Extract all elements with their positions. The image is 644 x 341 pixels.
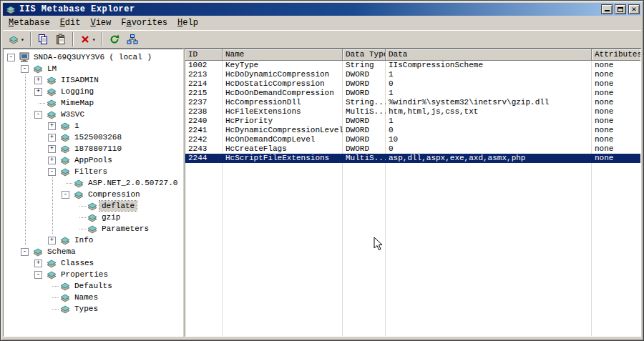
tree-node-label[interactable]: SNDA-69Q3UYY3V6 ( local ) bbox=[31, 52, 154, 62]
tree-node-w3svc[interactable]: -W3SVC bbox=[5, 109, 182, 120]
tree-node-label[interactable]: Defaults bbox=[72, 281, 114, 291]
tree-node-label[interactable]: ASP.NET_2.0.50727.0 bbox=[86, 178, 180, 188]
table-row-2243[interactable]: 2243HcCreateFlagsDWORD0none bbox=[185, 144, 640, 154]
column-header-attributes[interactable]: Attributes bbox=[592, 49, 641, 61]
tree-node-lm[interactable]: -LM bbox=[5, 63, 182, 74]
cell-data-type: String bbox=[343, 61, 386, 70]
copy-button[interactable] bbox=[34, 31, 52, 47]
tree-node-asp-net-2-0-50727-0[interactable]: ASP.NET_2.0.50727.0 bbox=[5, 177, 182, 189]
table-row-2215[interactable]: 2215HcDoOnDemandCompressionDWORD1none bbox=[185, 89, 640, 98]
column-header-data[interactable]: Data bbox=[386, 49, 592, 61]
collapse-toggle[interactable]: - bbox=[21, 65, 29, 73]
table-row-2237[interactable]: 2237HcCompressionDllString...%windir%\sy… bbox=[185, 98, 640, 107]
refresh-button[interactable] bbox=[106, 31, 123, 47]
tree-node-label[interactable]: Names bbox=[72, 292, 100, 302]
table-row-2241[interactable]: 2241HcDynamicCompressionLevelDWORD0none bbox=[185, 126, 640, 135]
menu-favorites[interactable]: Favorites bbox=[116, 16, 172, 29]
tree-node-parameters[interactable]: Parameters bbox=[5, 223, 182, 234]
table-row-1002[interactable]: 1002KeyTypeStringIIsCompressionSchemenon… bbox=[185, 61, 640, 70]
tree-node-filters[interactable]: -Filters bbox=[5, 166, 182, 177]
paste-button[interactable] bbox=[52, 31, 69, 47]
table-row-2244[interactable]: 2244HcScriptFileExtensionsMultiS...asp,d… bbox=[185, 154, 640, 163]
tree-node-properties[interactable]: -Properties bbox=[5, 269, 182, 280]
tree-node-iisadmin[interactable]: +IISADMIN bbox=[5, 74, 182, 86]
tree-view[interactable]: -SNDA-69Q3UYY3V6 ( local )-LM+IISADMIN+L… bbox=[3, 49, 183, 337]
title-bar[interactable]: IIS Metabase Explorer ✕ bbox=[3, 3, 641, 16]
property-list[interactable]: IDNameData TypeDataAttributes 1002KeyTyp… bbox=[185, 49, 641, 337]
tree-node-mimemap[interactable]: MimeMap bbox=[5, 97, 182, 109]
table-row-2213[interactable]: 2213HcDoDynamicCompressionDWORD1none bbox=[185, 70, 640, 79]
collapse-toggle[interactable]: - bbox=[34, 271, 42, 279]
tree-node-label[interactable]: 1 bbox=[72, 121, 82, 131]
tree-indent-guide bbox=[19, 292, 32, 303]
tree-node-label[interactable]: Logging bbox=[59, 87, 96, 97]
delete-button[interactable]: ▾ bbox=[77, 31, 99, 47]
dropdown-arrow-icon[interactable]: ▾ bbox=[20, 36, 25, 43]
tree-node-label[interactable]: Schema bbox=[45, 247, 78, 257]
tree-node-label[interactable]: Compression bbox=[86, 189, 142, 199]
close-button[interactable]: ✕ bbox=[628, 4, 640, 14]
tree-node-label[interactable]: deflate bbox=[99, 201, 137, 211]
dropdown-arrow-icon[interactable]: ▾ bbox=[92, 36, 97, 43]
new-key-button[interactable]: ▾ bbox=[5, 31, 27, 47]
tree-node-label[interactable]: W3SVC bbox=[59, 109, 87, 119]
column-header-name[interactable]: Name bbox=[223, 49, 343, 61]
maximize-button[interactable] bbox=[615, 4, 626, 14]
tree-node-1[interactable]: +1 bbox=[5, 120, 182, 132]
tree-node-label[interactable]: Parameters bbox=[99, 224, 151, 234]
tree-node-label[interactable]: Classes bbox=[59, 258, 96, 268]
menu-view[interactable]: View bbox=[85, 16, 116, 29]
tree-node-defaults[interactable]: Defaults bbox=[5, 280, 182, 292]
tree-node-label[interactable]: gzip bbox=[99, 212, 122, 222]
tree-node-1878807110[interactable]: +1878807110 bbox=[5, 143, 182, 154]
menu-help[interactable]: Help bbox=[172, 16, 203, 29]
tree-node-label[interactable]: Filters bbox=[72, 167, 109, 177]
tree-node-snda-69q3uyy3v6-local[interactable]: -SNDA-69Q3UYY3V6 ( local ) bbox=[5, 51, 182, 63]
tree-node-label[interactable]: 1878807110 bbox=[72, 144, 124, 154]
network-button[interactable] bbox=[124, 31, 141, 47]
tree-node-types[interactable]: Types bbox=[5, 303, 182, 315]
expand-toggle[interactable]: + bbox=[48, 134, 56, 142]
tree-node-label[interactable]: MimeMap bbox=[59, 98, 96, 108]
tree-node-deflate[interactable]: deflate bbox=[5, 200, 182, 212]
column-header-data-type[interactable]: Data Type bbox=[343, 49, 386, 61]
tree-node-schema[interactable]: -Schema bbox=[5, 246, 182, 257]
collapse-toggle[interactable]: - bbox=[48, 168, 56, 176]
expand-toggle[interactable]: + bbox=[34, 88, 42, 96]
tree-node-names[interactable]: Names bbox=[5, 292, 182, 303]
tree-node-logging[interactable]: +Logging bbox=[5, 86, 182, 97]
tree-node-label[interactable]: AppPools bbox=[72, 155, 114, 165]
minimize-button[interactable] bbox=[601, 4, 613, 14]
tree-indent-guide bbox=[59, 212, 73, 223]
tree-node-label[interactable]: Info bbox=[72, 235, 95, 245]
collapse-toggle[interactable]: - bbox=[62, 191, 69, 199]
table-row-2238[interactable]: 2238HcFileExtensionsMultiS...htm,html,js… bbox=[185, 107, 640, 117]
tree-node-classes[interactable]: +Classes bbox=[5, 257, 182, 269]
tree-node-gzip[interactable]: gzip bbox=[5, 212, 182, 223]
expand-toggle[interactable]: + bbox=[34, 260, 42, 267]
collapse-toggle[interactable]: - bbox=[7, 54, 15, 61]
collapse-toggle[interactable]: - bbox=[34, 111, 42, 119]
menu-edit[interactable]: Edit bbox=[55, 16, 86, 29]
menu-metabase[interactable]: Metabase bbox=[4, 16, 55, 29]
tree-node-apppools[interactable]: +AppPools bbox=[5, 154, 182, 166]
tree-node-1525003268[interactable]: +1525003268 bbox=[5, 132, 182, 143]
tree-node-label[interactable]: 1525003268 bbox=[72, 132, 124, 142]
tree-node-info[interactable]: +Info bbox=[5, 234, 182, 246]
column-header-id[interactable]: ID bbox=[185, 49, 223, 61]
tree-node-label[interactable]: Properties bbox=[59, 270, 110, 280]
tree-node-label[interactable]: Types bbox=[72, 304, 100, 314]
table-row-2214[interactable]: 2214HcDoStaticCompressionDWORD0none bbox=[185, 79, 640, 89]
table-row-2240[interactable]: 2240HcPriorityDWORD1none bbox=[185, 117, 640, 126]
expand-toggle[interactable]: + bbox=[48, 237, 56, 244]
table-row-2242[interactable]: 2242HcOnDemandCompLevelDWORD10none bbox=[185, 135, 640, 144]
collapse-toggle[interactable]: - bbox=[21, 248, 29, 256]
tree-node-label[interactable]: LM bbox=[45, 64, 59, 74]
expand-toggle[interactable]: + bbox=[48, 145, 56, 153]
tree-node-compression[interactable]: -Compression bbox=[5, 189, 182, 200]
expand-toggle[interactable]: + bbox=[48, 122, 56, 130]
expand-toggle[interactable]: + bbox=[48, 157, 56, 164]
expand-toggle[interactable]: + bbox=[34, 76, 42, 84]
tree-node-label[interactable]: IISADMIN bbox=[59, 75, 101, 85]
maximize-icon bbox=[618, 7, 623, 12]
